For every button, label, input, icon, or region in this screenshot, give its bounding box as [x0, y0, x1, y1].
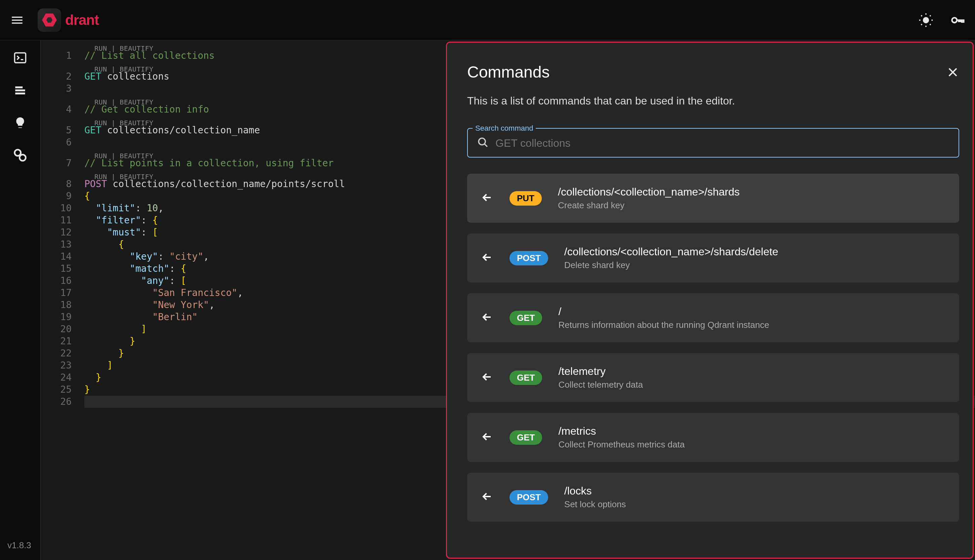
- line-number: 2: [41, 70, 84, 83]
- sidebar-item-datasets[interactable]: [13, 148, 28, 164]
- close-icon[interactable]: [947, 66, 959, 78]
- codelens[interactable]: RUN | BEAUTIFY: [94, 63, 154, 75]
- line-number: 13: [41, 238, 84, 251]
- insert-arrow-icon[interactable]: [481, 311, 493, 325]
- insert-arrow-icon[interactable]: [481, 490, 493, 504]
- method-badge: GET: [509, 370, 542, 385]
- brand-text: drant: [65, 12, 99, 28]
- method-badge: GET: [509, 311, 542, 325]
- command-path: /collections/<collection_name>/shards/de…: [564, 245, 778, 258]
- line-number: 3: [41, 83, 84, 95]
- codelens[interactable]: RUN | BEAUTIFY: [94, 117, 154, 129]
- line-code: "New York",: [84, 299, 215, 311]
- svg-point-11: [15, 150, 21, 156]
- line-code: "Berlin": [84, 311, 198, 323]
- line-number: 14: [41, 251, 84, 263]
- line-code: {: [84, 238, 124, 251]
- command-path: /telemetry: [558, 365, 643, 378]
- search-icon: [477, 137, 489, 150]
- line-number: 1: [41, 50, 84, 62]
- line-number: 12: [41, 227, 84, 238]
- command-item[interactable]: GET/metricsCollect Prometheus metrics da…: [467, 413, 959, 462]
- method-badge: PUT: [509, 191, 542, 206]
- line-code: }: [84, 372, 102, 383]
- svg-rect-10: [15, 53, 26, 62]
- line-code: "must": [: [84, 227, 158, 238]
- line-number: 26: [41, 396, 84, 408]
- brand-logo[interactable]: drant: [38, 8, 99, 32]
- logo-icon: [38, 8, 61, 32]
- command-desc: Delete shard key: [564, 260, 778, 270]
- version-label: v1.8.3: [7, 540, 31, 551]
- line-code: }: [84, 383, 90, 396]
- command-path: /metrics: [558, 425, 685, 437]
- line-code: [84, 396, 90, 408]
- sidebar-item-collections[interactable]: [13, 83, 28, 100]
- line-number: 5: [41, 124, 84, 137]
- insert-arrow-icon[interactable]: [481, 430, 493, 445]
- line-number: 8: [41, 178, 84, 190]
- command-desc: Create shard key: [558, 200, 740, 211]
- insert-arrow-icon[interactable]: [481, 191, 493, 205]
- codelens[interactable]: RUN | BEAUTIFY: [94, 150, 154, 162]
- line-number: 15: [41, 263, 84, 275]
- line-code: [84, 83, 90, 95]
- command-desc: Returns information about the running Qd…: [558, 320, 769, 330]
- line-code: }: [84, 335, 135, 347]
- line-code: [84, 137, 90, 148]
- svg-line-8: [930, 15, 931, 16]
- line-number: 9: [41, 190, 84, 202]
- command-item[interactable]: PUT/collections/<collection_name>/shards…: [467, 174, 959, 223]
- line-code: "match": {: [84, 263, 186, 275]
- command-list: PUT/collections/<collection_name>/shards…: [467, 174, 959, 528]
- line-number: 24: [41, 372, 84, 383]
- command-item[interactable]: POST/collections/<collection_name>/shard…: [467, 233, 959, 283]
- insert-arrow-icon[interactable]: [481, 370, 493, 385]
- line-code: "key": "city",: [84, 251, 209, 263]
- sidebar: [0, 40, 40, 560]
- insert-arrow-icon[interactable]: [481, 251, 493, 265]
- line-number: 16: [41, 275, 84, 287]
- codelens[interactable]: RUN | BEAUTIFY: [94, 42, 154, 54]
- svg-line-7: [921, 24, 922, 25]
- command-path: /locks: [564, 485, 626, 497]
- commands-panel: Commands This is a list of commands that…: [446, 42, 974, 559]
- line-number: 18: [41, 299, 84, 311]
- search-command[interactable]: Search command: [467, 124, 959, 158]
- line-number: 4: [41, 103, 84, 115]
- line-number: 7: [41, 157, 84, 169]
- svg-line-4: [930, 24, 931, 25]
- codelens[interactable]: RUN | BEAUTIFY: [94, 96, 154, 108]
- svg-point-9: [952, 17, 957, 23]
- line-number: 6: [41, 137, 84, 148]
- line-code: {: [84, 190, 90, 202]
- command-item[interactable]: GET/telemetryCollect telemetry data: [467, 353, 959, 402]
- command-desc: Collect telemetry data: [558, 380, 643, 390]
- line-code: }: [84, 347, 124, 360]
- method-badge: POST: [509, 490, 548, 505]
- command-path: /collections/<collection_name>/shards: [558, 186, 740, 198]
- line-number: 10: [41, 202, 84, 214]
- search-label: Search command: [472, 124, 536, 133]
- key-icon[interactable]: [950, 13, 965, 28]
- theme-toggle-icon[interactable]: [918, 13, 933, 28]
- svg-point-0: [923, 17, 929, 23]
- svg-point-13: [479, 138, 485, 145]
- line-number: 23: [41, 360, 84, 372]
- line-code: ]: [84, 323, 147, 335]
- command-path: /: [558, 305, 769, 318]
- command-desc: Set lock options: [564, 499, 626, 510]
- sidebar-item-console[interactable]: [13, 50, 28, 67]
- command-item[interactable]: POST/locksSet lock options: [467, 473, 959, 522]
- sidebar-item-hints[interactable]: [13, 116, 27, 131]
- line-code: "San Francisco",: [84, 287, 243, 299]
- line-code: "limit": 10,: [84, 202, 164, 214]
- line-number: 21: [41, 335, 84, 347]
- search-input[interactable]: [496, 137, 949, 150]
- line-code: "any": [: [84, 275, 186, 287]
- codelens[interactable]: RUN | BEAUTIFY: [94, 171, 154, 183]
- menu-icon[interactable]: [10, 13, 24, 27]
- command-item[interactable]: GET/Returns information about the runnin…: [467, 293, 959, 342]
- svg-point-12: [20, 155, 25, 160]
- line-code: "filter": {: [84, 214, 158, 227]
